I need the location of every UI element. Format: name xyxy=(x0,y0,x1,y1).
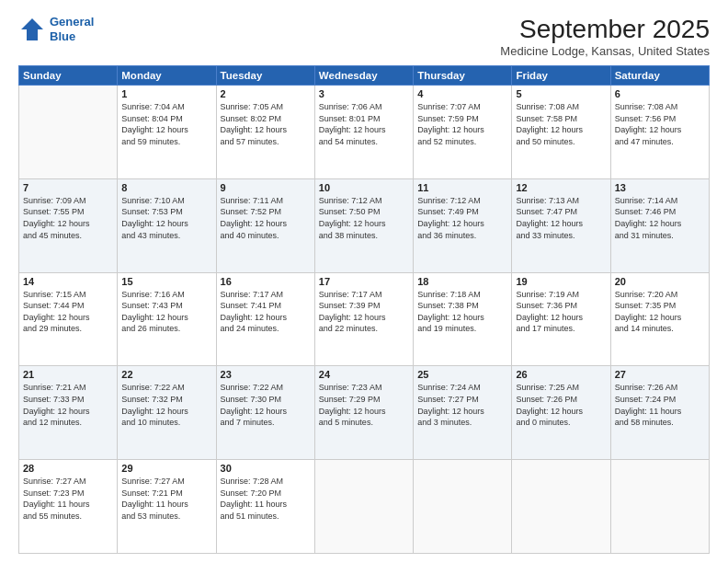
calendar-cell: 7Sunrise: 7:09 AM Sunset: 7:55 PM Daylig… xyxy=(19,178,118,272)
day-info: Sunrise: 7:17 AM Sunset: 7:41 PM Dayligh… xyxy=(221,289,311,335)
col-sunday: Sunday xyxy=(19,66,118,86)
day-number: 2 xyxy=(221,88,311,99)
day-number: 7 xyxy=(23,182,113,193)
logo-line1: General xyxy=(50,15,94,29)
day-number: 5 xyxy=(516,88,606,99)
calendar-cell xyxy=(19,86,118,179)
day-info: Sunrise: 7:27 AM Sunset: 7:21 PM Dayligh… xyxy=(121,476,211,522)
location: Medicine Lodge, Kansas, United States xyxy=(500,44,710,58)
day-number: 3 xyxy=(319,88,409,99)
calendar-cell xyxy=(512,460,610,554)
day-number: 24 xyxy=(319,369,409,380)
day-number: 4 xyxy=(417,88,507,99)
day-info: Sunrise: 7:14 AM Sunset: 7:46 PM Dayligh… xyxy=(615,195,705,241)
day-number: 27 xyxy=(615,369,705,380)
calendar-week-4: 21Sunrise: 7:21 AM Sunset: 7:33 PM Dayli… xyxy=(19,366,710,460)
day-info: Sunrise: 7:07 AM Sunset: 7:59 PM Dayligh… xyxy=(417,101,507,147)
header-row: Sunday Monday Tuesday Wednesday Thursday… xyxy=(19,66,710,86)
calendar-cell: 30Sunrise: 7:28 AM Sunset: 7:20 PM Dayli… xyxy=(216,460,314,554)
day-number: 21 xyxy=(23,369,113,380)
day-number: 29 xyxy=(121,463,211,474)
day-number: 19 xyxy=(516,276,606,287)
calendar-cell: 21Sunrise: 7:21 AM Sunset: 7:33 PM Dayli… xyxy=(19,366,118,460)
svg-marker-0 xyxy=(21,18,43,40)
calendar-cell: 15Sunrise: 7:16 AM Sunset: 7:43 PM Dayli… xyxy=(118,272,216,366)
col-friday: Friday xyxy=(512,66,610,86)
day-info: Sunrise: 7:15 AM Sunset: 7:44 PM Dayligh… xyxy=(23,289,113,335)
day-number: 10 xyxy=(319,182,409,193)
calendar-cell: 3Sunrise: 7:06 AM Sunset: 8:01 PM Daylig… xyxy=(314,86,413,179)
calendar-cell xyxy=(314,460,413,554)
day-info: Sunrise: 7:06 AM Sunset: 8:01 PM Dayligh… xyxy=(319,101,409,147)
day-number: 23 xyxy=(221,369,311,380)
calendar-cell: 9Sunrise: 7:11 AM Sunset: 7:52 PM Daylig… xyxy=(216,178,314,272)
day-number: 12 xyxy=(516,182,606,193)
calendar-cell: 25Sunrise: 7:24 AM Sunset: 7:27 PM Dayli… xyxy=(414,366,512,460)
day-info: Sunrise: 7:20 AM Sunset: 7:35 PM Dayligh… xyxy=(615,289,705,335)
day-number: 30 xyxy=(221,463,311,474)
logo-line2: Blue xyxy=(50,29,94,44)
day-number: 25 xyxy=(417,369,507,380)
calendar-cell: 10Sunrise: 7:12 AM Sunset: 7:50 PM Dayli… xyxy=(314,178,413,272)
day-info: Sunrise: 7:16 AM Sunset: 7:43 PM Dayligh… xyxy=(121,289,211,335)
day-info: Sunrise: 7:26 AM Sunset: 7:24 PM Dayligh… xyxy=(615,382,705,428)
day-number: 6 xyxy=(615,88,705,99)
day-number: 16 xyxy=(221,276,311,287)
calendar-cell: 12Sunrise: 7:13 AM Sunset: 7:47 PM Dayli… xyxy=(512,178,610,272)
day-info: Sunrise: 7:10 AM Sunset: 7:53 PM Dayligh… xyxy=(121,195,211,241)
calendar-week-3: 14Sunrise: 7:15 AM Sunset: 7:44 PM Dayli… xyxy=(19,272,710,366)
day-info: Sunrise: 7:13 AM Sunset: 7:47 PM Dayligh… xyxy=(516,195,606,241)
day-info: Sunrise: 7:28 AM Sunset: 7:20 PM Dayligh… xyxy=(221,476,311,522)
calendar-cell: 26Sunrise: 7:25 AM Sunset: 7:26 PM Dayli… xyxy=(512,366,610,460)
day-number: 11 xyxy=(417,182,507,193)
title-block: September 2025 Medicine Lodge, Kansas, U… xyxy=(500,15,710,58)
day-number: 26 xyxy=(516,369,606,380)
calendar-cell: 2Sunrise: 7:05 AM Sunset: 8:02 PM Daylig… xyxy=(216,86,314,179)
calendar-cell: 11Sunrise: 7:12 AM Sunset: 7:49 PM Dayli… xyxy=(414,178,512,272)
day-number: 14 xyxy=(23,276,113,287)
day-info: Sunrise: 7:17 AM Sunset: 7:39 PM Dayligh… xyxy=(319,289,409,335)
calendar-cell: 14Sunrise: 7:15 AM Sunset: 7:44 PM Dayli… xyxy=(19,272,118,366)
day-number: 9 xyxy=(221,182,311,193)
calendar-cell: 1Sunrise: 7:04 AM Sunset: 8:04 PM Daylig… xyxy=(118,86,216,179)
day-info: Sunrise: 7:09 AM Sunset: 7:55 PM Dayligh… xyxy=(23,195,113,241)
calendar-cell: 18Sunrise: 7:18 AM Sunset: 7:38 PM Dayli… xyxy=(414,272,512,366)
day-number: 17 xyxy=(319,276,409,287)
calendar-table: Sunday Monday Tuesday Wednesday Thursday… xyxy=(18,65,710,554)
col-thursday: Thursday xyxy=(414,66,512,86)
col-monday: Monday xyxy=(118,66,216,86)
day-info: Sunrise: 7:24 AM Sunset: 7:27 PM Dayligh… xyxy=(417,382,507,428)
col-tuesday: Tuesday xyxy=(216,66,314,86)
logo-text: General Blue xyxy=(50,15,94,43)
calendar-cell: 28Sunrise: 7:27 AM Sunset: 7:23 PM Dayli… xyxy=(19,460,118,554)
col-wednesday: Wednesday xyxy=(314,66,413,86)
day-number: 28 xyxy=(23,463,113,474)
day-info: Sunrise: 7:27 AM Sunset: 7:23 PM Dayligh… xyxy=(23,476,113,522)
page: General Blue September 2025 Medicine Lod… xyxy=(0,0,728,563)
day-info: Sunrise: 7:18 AM Sunset: 7:38 PM Dayligh… xyxy=(417,289,507,335)
day-info: Sunrise: 7:21 AM Sunset: 7:33 PM Dayligh… xyxy=(23,382,113,428)
day-number: 20 xyxy=(615,276,705,287)
calendar-week-1: 1Sunrise: 7:04 AM Sunset: 8:04 PM Daylig… xyxy=(19,86,710,179)
day-number: 13 xyxy=(615,182,705,193)
month-title: September 2025 xyxy=(500,15,710,44)
header: General Blue September 2025 Medicine Lod… xyxy=(18,15,710,58)
logo-icon xyxy=(18,16,46,43)
calendar-cell: 16Sunrise: 7:17 AM Sunset: 7:41 PM Dayli… xyxy=(216,272,314,366)
calendar-cell: 23Sunrise: 7:22 AM Sunset: 7:30 PM Dayli… xyxy=(216,366,314,460)
day-info: Sunrise: 7:19 AM Sunset: 7:36 PM Dayligh… xyxy=(516,289,606,335)
calendar-cell: 19Sunrise: 7:19 AM Sunset: 7:36 PM Dayli… xyxy=(512,272,610,366)
day-info: Sunrise: 7:05 AM Sunset: 8:02 PM Dayligh… xyxy=(221,101,311,147)
day-number: 8 xyxy=(121,182,211,193)
day-info: Sunrise: 7:08 AM Sunset: 7:56 PM Dayligh… xyxy=(615,101,705,147)
day-info: Sunrise: 7:08 AM Sunset: 7:58 PM Dayligh… xyxy=(516,101,606,147)
calendar-cell: 29Sunrise: 7:27 AM Sunset: 7:21 PM Dayli… xyxy=(118,460,216,554)
calendar-cell: 4Sunrise: 7:07 AM Sunset: 7:59 PM Daylig… xyxy=(414,86,512,179)
day-info: Sunrise: 7:22 AM Sunset: 7:32 PM Dayligh… xyxy=(121,382,211,428)
calendar-cell: 13Sunrise: 7:14 AM Sunset: 7:46 PM Dayli… xyxy=(610,178,709,272)
calendar-cell: 27Sunrise: 7:26 AM Sunset: 7:24 PM Dayli… xyxy=(610,366,709,460)
calendar-cell: 17Sunrise: 7:17 AM Sunset: 7:39 PM Dayli… xyxy=(314,272,413,366)
calendar-cell: 24Sunrise: 7:23 AM Sunset: 7:29 PM Dayli… xyxy=(314,366,413,460)
calendar-cell: 20Sunrise: 7:20 AM Sunset: 7:35 PM Dayli… xyxy=(610,272,709,366)
col-saturday: Saturday xyxy=(610,66,709,86)
